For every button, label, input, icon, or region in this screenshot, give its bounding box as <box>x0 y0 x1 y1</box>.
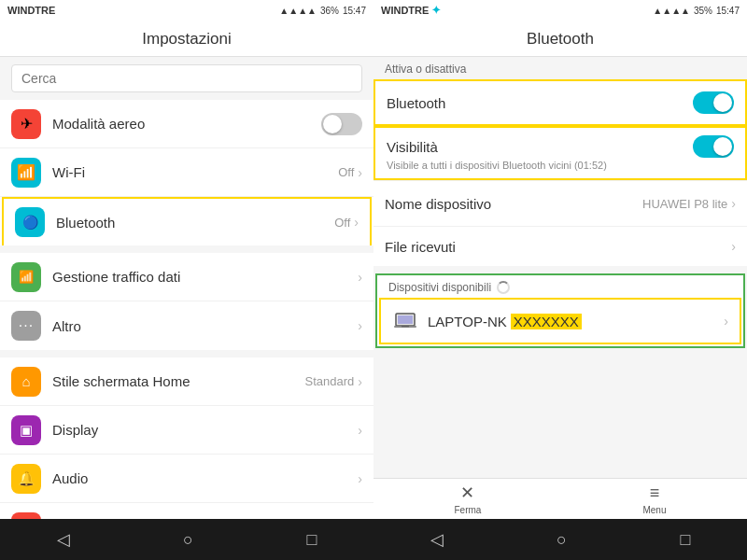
menu-label: Menu <box>642 505 666 515</box>
bluetooth-toggle[interactable] <box>693 91 734 114</box>
bt-visibility-top: Visibilità <box>387 135 734 158</box>
settings-group-1: ✈ Modalità aereo 📶 Wi-Fi Off › 🔵 Bluetoo… <box>0 100 374 245</box>
available-header: Dispositivi disponibili <box>377 275 743 298</box>
right-page-title: Bluetooth <box>374 21 747 57</box>
display-chevron: › <box>358 423 362 438</box>
settings-item-bluetooth[interactable]: 🔵 Bluetooth Off › <box>2 197 372 245</box>
home-label: Stile schermata Home <box>52 373 305 389</box>
display-label: Display <box>52 422 358 438</box>
notifiche-icon: 🔔 <box>11 512 41 519</box>
settings-item-wifi[interactable]: 📶 Wi-Fi Off › <box>0 148 374 197</box>
left-nav-back[interactable]: ◁ <box>57 529 70 550</box>
altro-label: Altro <box>52 318 358 334</box>
laptop-chevron: › <box>724 314 728 329</box>
laptop-icon <box>392 308 418 334</box>
audio-chevron: › <box>358 471 362 486</box>
right-status-bar: WINDTRE ✦ ▲▲▲▲ 35% 15:47 <box>374 0 747 21</box>
settings-item-data[interactable]: 📶 Gestione traffico dati › <box>0 253 374 301</box>
bt-received-label: File ricevuti <box>385 239 731 255</box>
right-nav-bar: ◁ ○ □ <box>374 519 747 560</box>
available-label: Dispositivi disponibili <box>388 281 491 294</box>
left-status-right: ▲▲▲▲ 36% 15:47 <box>279 6 366 16</box>
laptop-name-wrapper: LAPTOP-NK XXXXXXX <box>428 314 724 329</box>
wifi-value: Off <box>338 165 354 179</box>
device-name-chevron: › <box>731 196 736 211</box>
search-spinner <box>497 281 510 294</box>
audio-label: Audio <box>52 470 358 486</box>
wifi-label: Wi-Fi <box>52 164 338 180</box>
available-section: Dispositivi disponibili LAPTOP-NK XXXXXX… <box>375 273 745 348</box>
stop-icon: ✕ <box>460 483 474 503</box>
menu-icon: ≡ <box>650 483 660 503</box>
left-nav-home[interactable]: ○ <box>183 530 193 550</box>
audio-icon: 🔔 <box>11 464 41 494</box>
settings-item-altro[interactable]: ··· Altro › <box>0 301 374 350</box>
bt-bottom-bar: ✕ Ferma ≡ Menu <box>374 478 747 519</box>
right-nav-back[interactable]: ◁ <box>430 529 444 550</box>
altro-icon: ··· <box>11 311 41 341</box>
bt-visibility-label: Visibilità <box>387 139 693 155</box>
spacer <box>374 348 747 478</box>
settings-item-home[interactable]: ⌂ Stile schermata Home Standard › <box>0 357 374 406</box>
bt-section-header: Attiva o disattiva <box>374 57 747 79</box>
bluetooth-label: Bluetooth <box>56 215 334 231</box>
right-nav-recents[interactable]: □ <box>680 530 690 550</box>
search-input[interactable] <box>11 64 362 92</box>
right-battery: 35% <box>694 6 712 16</box>
bluetooth-value: Off <box>334 216 350 230</box>
menu-button[interactable]: ≡ Menu <box>642 483 666 515</box>
airplane-label: Modalità aereo <box>52 116 321 132</box>
svg-rect-1 <box>398 315 413 324</box>
wifi-chevron: › <box>358 165 362 180</box>
bt-toggle-label: Bluetooth <box>387 95 693 111</box>
stop-button[interactable]: ✕ Ferma <box>455 483 482 515</box>
data-label: Gestione traffico dati <box>52 269 358 285</box>
received-chevron: › <box>731 239 736 254</box>
left-status-bar: WINDTRE ▲▲▲▲ 36% 15:47 <box>0 0 374 21</box>
visibility-toggle[interactable] <box>693 135 734 158</box>
stop-label: Ferma <box>455 505 482 515</box>
left-carrier: WINDTRE <box>7 5 55 16</box>
bt-device-name-label: Nome dispositivo <box>385 196 642 212</box>
svg-rect-3 <box>402 326 409 328</box>
home-value: Standard <box>305 374 355 388</box>
home-icon: ⌂ <box>11 367 41 397</box>
bt-received-row[interactable]: File ricevuti › <box>374 227 747 273</box>
right-signal: ▲▲▲▲ <box>653 6 690 16</box>
settings-item-display[interactable]: ▣ Display › <box>0 406 374 455</box>
data-icon: 📶 <box>11 262 41 292</box>
right-panel: WINDTRE ✦ ▲▲▲▲ 35% 15:47 Bluetooth Attiv… <box>374 0 747 560</box>
left-signal: ▲▲▲▲ <box>279 6 317 16</box>
airplane-icon: ✈ <box>11 109 41 139</box>
left-battery: 36% <box>320 6 339 16</box>
left-page-title: Impostazioni <box>0 21 374 57</box>
laptop-name-highlight: XXXXXXX <box>511 314 582 329</box>
right-nav-home[interactable]: ○ <box>557 530 567 550</box>
bluetooth-icon: 🔵 <box>15 207 45 237</box>
left-panel: WINDTRE ▲▲▲▲ 36% 15:47 Impostazioni ✈ Mo… <box>0 0 374 560</box>
bluetooth-chevron: › <box>354 215 359 230</box>
left-nav-recents[interactable]: □ <box>306 530 317 550</box>
settings-group-2: 📶 Gestione traffico dati › ··· Altro › <box>0 253 374 350</box>
airplane-toggle[interactable] <box>321 113 362 135</box>
settings-item-audio[interactable]: 🔔 Audio › <box>0 455 374 503</box>
settings-item-airplane[interactable]: ✈ Modalità aereo <box>0 100 374 148</box>
left-time: 15:47 <box>343 6 366 16</box>
bt-status-icon: ✦ <box>431 4 441 17</box>
laptop-row[interactable]: LAPTOP-NK XXXXXXX › <box>379 298 741 344</box>
bt-visibility-row[interactable]: Visibilità Visibile a tutti i dispositiv… <box>374 126 747 180</box>
settings-list: ✈ Modalità aereo 📶 Wi-Fi Off › 🔵 Bluetoo… <box>0 100 374 519</box>
right-carrier: WINDTRE ✦ <box>381 4 441 17</box>
left-nav-bar: ◁ ○ □ <box>0 519 374 560</box>
bt-device-name-row[interactable]: Nome dispositivo HUAWEI P8 lite › <box>374 180 747 227</box>
bt-device-name-value: HUAWEI P8 lite <box>642 197 727 211</box>
search-container <box>0 57 374 100</box>
display-icon: ▣ <box>11 415 41 445</box>
bt-visibility-sub: Visibile a tutti i dispositivi Bluetooth… <box>387 160 734 171</box>
right-time: 15:47 <box>716 6 740 16</box>
laptop-name-prefix: LAPTOP-NK <box>428 314 507 329</box>
home-chevron: › <box>358 374 362 389</box>
bt-main-row[interactable]: Bluetooth <box>374 79 747 126</box>
altro-chevron: › <box>358 318 362 333</box>
settings-item-notifiche[interactable]: 🔔 Pannello notifiche & barra di stato › <box>0 503 374 519</box>
